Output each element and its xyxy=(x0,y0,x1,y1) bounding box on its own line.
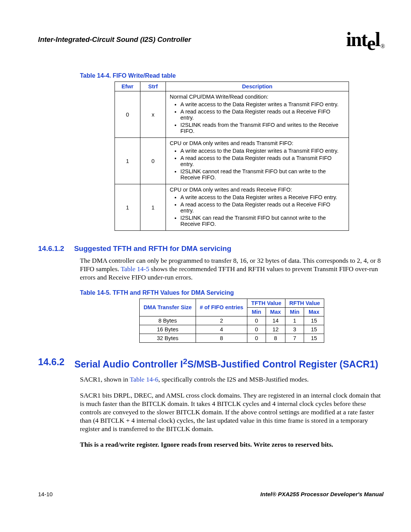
manual-title: Intel® PXA255 Processor Developer's Manu… xyxy=(260,491,384,497)
page-header: Inter-Integrated-Circuit Sound (I2S) Con… xyxy=(38,30,384,50)
col-dma-size: DMA Transfer Size xyxy=(140,299,196,316)
table-row: 16 Bytes 4 0 12 3 15 xyxy=(140,325,324,334)
table-row: 0 x Normal CPU/DMA Write/Read condition:… xyxy=(115,91,349,138)
table-row: 32 Bytes 8 0 8 7 15 xyxy=(140,334,324,342)
note-bold: This is a read/write register. Ignore re… xyxy=(80,441,384,449)
table-14-5: DMA Transfer Size # of FIFO entries TFTH… xyxy=(139,299,324,343)
col-rfth: RFTH Value xyxy=(285,299,324,307)
col-efwr: Efwr xyxy=(115,82,140,91)
col-description: Description xyxy=(166,82,349,91)
heading-14-6-1-2: 14.6.1.2 Suggested TFTH and RFTH for DMA… xyxy=(38,244,384,253)
col-tfth: TFTH Value xyxy=(247,299,285,307)
page: Inter-Integrated-Circuit Sound (I2S) Con… xyxy=(0,0,411,520)
col-fifo-entries: # of FIFO entries xyxy=(196,299,247,316)
content-body: Table 14-4. FIFO Write/Read table Efwr S… xyxy=(80,72,384,231)
table-row: 1 0 CPU or DMA only writes and reads Tra… xyxy=(115,138,349,184)
page-number: 14-10 xyxy=(38,491,53,497)
table-14-4: Efwr Strf Description 0 x Normal CPU/DMA… xyxy=(115,81,349,231)
paragraph: SACR1, shown in Table 14-6, specifically… xyxy=(80,375,384,384)
table-14-4-caption: Table 14-4. FIFO Write/Read table xyxy=(80,72,384,79)
paragraph: SACR1 bits DRPL, DREC, and AMSL cross cl… xyxy=(80,391,384,433)
table-14-6-link[interactable]: Table 14-6 xyxy=(130,375,158,383)
col-strf: Strf xyxy=(140,82,166,91)
paragraph: The DMA controller can only be programme… xyxy=(80,257,384,282)
table-14-5-caption: Table 14-5. TFTH and RFTH Values for DMA… xyxy=(80,289,384,296)
chapter-title: Inter-Integrated-Circuit Sound (I2S) Con… xyxy=(38,35,191,44)
table-row: 1 1 CPU or DMA only writes and reads Rec… xyxy=(115,184,349,231)
page-footer: 14-10 Intel® PXA255 Processor Developer'… xyxy=(38,491,384,497)
intel-logo: intel® xyxy=(346,30,384,50)
table-row: 8 Bytes 2 0 14 1 15 xyxy=(140,316,324,325)
registered-icon: ® xyxy=(381,43,384,50)
table-14-5-link[interactable]: Table 14-5 xyxy=(121,265,149,273)
heading-14-6-2: 14.6.2 Serial Audio Controller I2S/MSB-J… xyxy=(38,356,384,371)
